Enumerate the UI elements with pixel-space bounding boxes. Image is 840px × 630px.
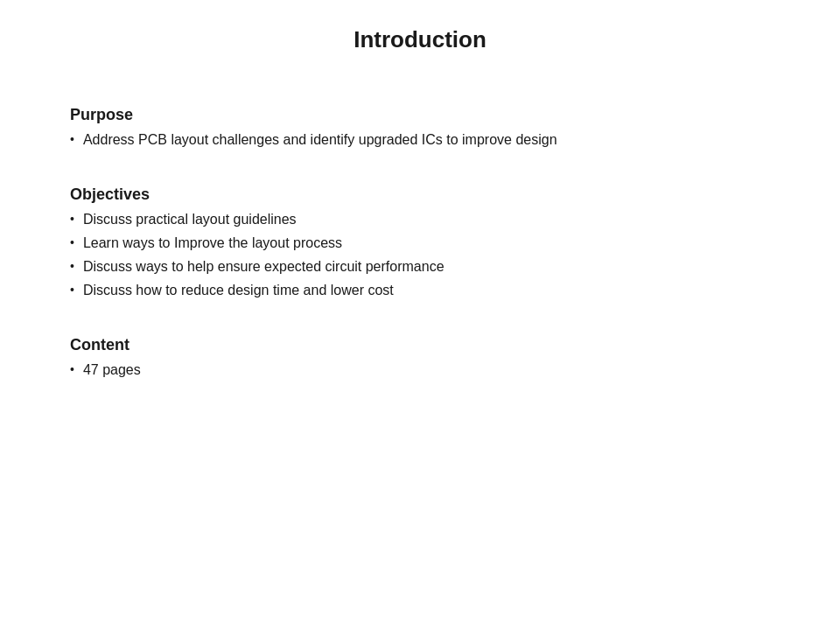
content-heading: Content	[70, 336, 770, 354]
page-title: Introduction	[70, 18, 770, 53]
list-item: •Learn ways to Improve the layout proces…	[70, 233, 770, 254]
list-item: •47 pages	[70, 360, 770, 381]
bullet-icon: •	[70, 281, 74, 299]
list-item: •Address PCB layout challenges and ident…	[70, 130, 770, 150]
bullet-icon: •	[70, 257, 74, 276]
section-content: Content•47 pages	[70, 336, 770, 381]
purpose-heading: Purpose	[70, 106, 770, 124]
list-item-text: Discuss how to reduce design time and lo…	[83, 280, 770, 301]
list-item-text: Address PCB layout challenges and identi…	[83, 130, 770, 150]
list-item-text: Learn ways to Improve the layout process	[83, 233, 770, 254]
list-item-text: Discuss practical layout guidelines	[83, 209, 770, 230]
bullet-icon: •	[70, 210, 74, 228]
bullet-icon: •	[70, 130, 74, 149]
list-item: •Discuss ways to help ensure expected ci…	[70, 256, 770, 277]
list-item: •Discuss practical layout guidelines	[70, 209, 770, 230]
bullet-icon: •	[70, 234, 74, 252]
objectives-heading: Objectives	[70, 186, 770, 204]
purpose-list: •Address PCB layout challenges and ident…	[70, 130, 770, 150]
page-container: Introduction Purpose•Address PCB layout …	[0, 0, 840, 630]
section-purpose: Purpose•Address PCB layout challenges an…	[70, 106, 770, 150]
list-item-text: Discuss ways to help ensure expected cir…	[83, 256, 770, 277]
list-item: •Discuss how to reduce design time and l…	[70, 280, 770, 301]
objectives-list: •Discuss practical layout guidelines•Lea…	[70, 209, 770, 301]
section-objectives: Objectives•Discuss practical layout guid…	[70, 186, 770, 301]
list-item-text: 47 pages	[83, 360, 770, 381]
bullet-icon: •	[70, 360, 74, 379]
sections-container: Purpose•Address PCB layout challenges an…	[70, 106, 770, 416]
content-list: •47 pages	[70, 360, 770, 381]
